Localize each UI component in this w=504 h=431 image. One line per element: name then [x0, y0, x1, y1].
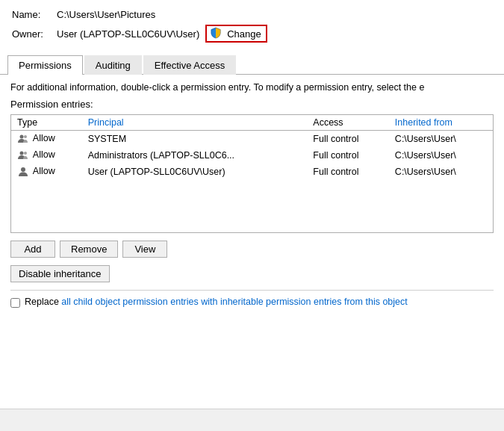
change-button-wrap: Change — [205, 25, 267, 43]
row-principal-0: SYSTEM — [82, 131, 308, 148]
name-label: Name: — [12, 9, 57, 20]
svg-point-4 — [21, 167, 25, 172]
table-row[interactable]: Allow Administrators (LAPTOP-SLL0C6... F… — [11, 147, 493, 164]
col-inherited: Inherited from — [389, 115, 493, 131]
tabs-bar: Permissions Auditing Effective Access — [0, 55, 504, 75]
row-inherited-0: C:\Users\User\ — [389, 131, 493, 148]
row-principal-1: Administrators (LAPTOP-SLL0C6... — [82, 147, 308, 164]
table-row[interactable]: Allow SYSTEM Full control C:\Users\User\ — [11, 131, 493, 148]
content-area: For additional information, double-click… — [0, 75, 504, 409]
row-access-2: Full control — [307, 164, 389, 180]
remove-button[interactable]: Remove — [60, 241, 118, 258]
change-button[interactable]: Change — [225, 28, 263, 40]
col-access: Access — [307, 115, 389, 131]
replace-checkbox-row: Replace all child object permission entr… — [10, 297, 494, 308]
table-row[interactable]: Allow User (LAPTOP-SLL0C6UV\User) Full c… — [11, 164, 493, 180]
replace-checkbox[interactable] — [10, 298, 20, 308]
svg-point-0 — [20, 135, 24, 139]
checkbox-blue-text: all child object permission entries with… — [61, 297, 407, 307]
svg-point-2 — [20, 152, 24, 155]
view-button[interactable]: View — [122, 241, 167, 258]
section-label: Permission entries: — [10, 99, 494, 110]
info-section: Name: C:\Users\User\Pictures Owner: User… — [0, 0, 504, 52]
permission-table-wrap: Type Principal Access Inherited from — [10, 114, 494, 233]
info-text: For additional information, double-click… — [10, 82, 494, 93]
tab-effective-access[interactable]: Effective Access — [143, 55, 236, 75]
row-inherited-1: C:\Users\User\ — [389, 147, 493, 164]
owner-row: Owner: User (LAPTOP-SLL0C6UV\User) Chang… — [12, 25, 492, 43]
add-button[interactable]: Add — [10, 241, 55, 258]
row-type-1: Allow — [11, 147, 82, 164]
owner-label: Owner: — [12, 28, 57, 40]
bottom-bar — [0, 409, 504, 431]
row-type-2: Allow — [11, 164, 82, 180]
user-icon-single — [17, 166, 33, 176]
action-buttons: Add Remove View — [10, 241, 494, 258]
name-value: C:\Users\User\Pictures — [57, 9, 155, 20]
permission-table: Type Principal Access Inherited from — [11, 115, 493, 180]
row-access-1: Full control — [307, 147, 389, 164]
col-type: Type — [11, 115, 82, 131]
svg-point-1 — [24, 135, 27, 138]
tab-permissions[interactable]: Permissions — [7, 55, 83, 75]
row-principal-2: User (LAPTOP-SLL0C6UV\User) — [82, 164, 308, 180]
divider — [10, 290, 494, 291]
dialog: Name: C:\Users\User\Pictures Owner: User… — [0, 0, 504, 431]
svg-point-3 — [24, 152, 27, 155]
empty-area — [11, 180, 493, 232]
owner-value: User (LAPTOP-SLL0C6UV\User) — [57, 28, 199, 40]
checkbox-label: Replace all child object permission entr… — [25, 297, 408, 307]
name-row: Name: C:\Users\User\Pictures — [12, 9, 492, 20]
col-principal: Principal — [82, 115, 308, 131]
row-type: Allow — [11, 131, 82, 148]
users-icon-2 — [17, 149, 33, 160]
tab-auditing[interactable]: Auditing — [84, 55, 142, 75]
users-icon — [17, 133, 33, 143]
shield-icon — [210, 27, 223, 40]
disable-inheritance-button[interactable]: Disable inheritance — [10, 265, 110, 282]
row-inherited-2: C:\Users\User\ — [389, 164, 493, 180]
row-access-0: Full control — [307, 131, 389, 148]
